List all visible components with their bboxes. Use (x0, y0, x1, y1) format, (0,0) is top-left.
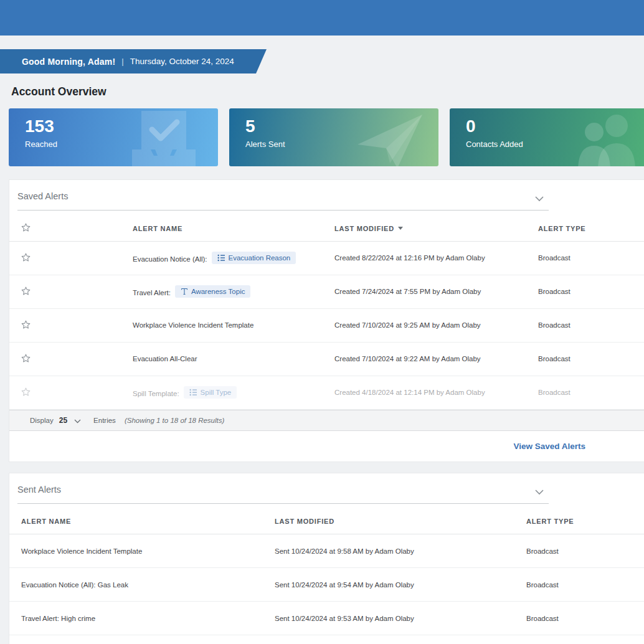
alert-name: Evacuation Notice (All): (133, 255, 207, 263)
table-header-row: Alert Name Last Modified Alert Type (9, 509, 644, 534)
saved-alerts-table: Alert Name Last Modified Alert Type Evac… (9, 216, 644, 410)
last-modified: Sent 10/24/2024 at 9:54 AM by Adam Olaby (275, 568, 526, 602)
view-saved-alerts-link[interactable]: View Saved Alerts (513, 442, 585, 451)
greeting-date: Thursday, October 24, 2024 (130, 57, 234, 66)
top-navigation-bar (0, 0, 644, 36)
alert-type: Broadcast (526, 568, 644, 602)
last-modified: Created 7/10/2024 at 9:25 AM by Adam Ola… (334, 308, 538, 342)
page-size-chevron-icon[interactable] (74, 417, 81, 425)
alert-type: Broadcast (526, 534, 644, 568)
table-row[interactable]: Evacuation Notice (All):Evacuation Reaso… (9, 241, 644, 275)
display-label: Display (30, 417, 54, 424)
saved-alerts-title: Saved Alerts (17, 191, 68, 201)
column-header-alert-type[interactable]: Alert Type (538, 216, 644, 241)
table-row[interactable]: Workplace Violence Incident Template Cre… (9, 308, 644, 342)
favorite-star-icon[interactable] (21, 353, 31, 364)
column-header-alert-type[interactable]: Alert Type (526, 509, 644, 534)
favorite-star-icon[interactable] (21, 286, 31, 296)
alert-name: Workplace Violence Incident Template (9, 534, 275, 568)
saved-alerts-header: Saved Alerts (9, 180, 644, 216)
list-icon (189, 389, 197, 396)
last-modified: Created 7/24/2024 at 7:55 PM by Adam Ola… (334, 275, 538, 308)
list-icon (217, 254, 225, 262)
alert-type: Broadcast (526, 602, 644, 635)
variable-tag: Awareness Topic (175, 285, 251, 298)
stat-card-contacts-added: 0 Contacts Added (450, 108, 644, 166)
alert-name: Evacuation Notice (All): Gas Leak (9, 568, 275, 602)
last-modified: Created 4/18/2024 at 12:14 PM by Adam Ol… (334, 376, 538, 409)
text-icon (181, 288, 188, 295)
greeting-text: Good Morning, Adam! (22, 57, 115, 67)
alert-name: Travel Alert: High crime (9, 602, 275, 635)
alert-type: Broadcast (538, 342, 644, 376)
page-size-value[interactable]: 25 (59, 416, 67, 425)
last-modified: Created 8/22/2024 at 12:16 PM by Adam Ol… (334, 241, 538, 275)
showing-results-text: (Showing 1 to 18 of 18 Results) (125, 417, 224, 424)
last-modified: Created 7/10/2024 at 9:22 AM by Adam Ola… (334, 342, 538, 376)
stat-card-reached: 153 Reached (9, 108, 218, 166)
sent-alerts-title: Sent Alerts (17, 485, 61, 495)
alert-type: Broadcast (538, 376, 644, 409)
favorite-star-icon[interactable] (21, 320, 31, 330)
stat-cards: 153 Reached 5 Alerts Sent 0 Contacts Add… (9, 108, 644, 166)
alert-type: Broadcast (538, 308, 644, 342)
favorite-star-icon[interactable] (21, 387, 31, 397)
alert-name: Spill Template: (133, 390, 179, 397)
collapse-chevron-icon[interactable] (535, 486, 544, 498)
column-header-alert-name[interactable]: Alert Name (9, 509, 275, 534)
alert-name: Workplace Violence Incident Template (133, 308, 334, 342)
favorite-column-star-icon (21, 222, 31, 233)
last-modified: Sent 10/24/2024 at 9:58 AM by Adam Olaby (275, 534, 526, 568)
greeting-banner: Good Morning, Adam! | Thursday, October … (0, 49, 267, 73)
table-row[interactable]: Spill Template:Spill Type Created 4/18/2… (9, 376, 644, 409)
column-header-last-modified[interactable]: Last Modified (275, 509, 526, 534)
contacts-icon (554, 108, 644, 166)
alert-name: Travel Alert: (133, 289, 171, 296)
sort-descending-icon (398, 227, 403, 230)
table-row[interactable]: Workplace Violence Incident Template Sen… (9, 534, 644, 568)
table-row[interactable]: Travel Alert:Awareness Topic Created 7/2… (9, 275, 644, 308)
alert-name: Evacuation All-Clear (133, 342, 334, 376)
variable-tag: Spill Type (184, 386, 237, 399)
sent-alerts-table: Alert Name Last Modified Alert Type Work… (9, 509, 644, 636)
saved-alerts-panel: Saved Alerts Alert Name Last Modified Al… (9, 179, 644, 462)
last-modified: Sent 10/24/2024 at 9:53 AM by Adam Olaby (275, 602, 526, 635)
greeting-separator: | (121, 57, 123, 66)
collapse-chevron-icon[interactable] (535, 193, 544, 204)
variable-tag: Evacuation Reason (212, 252, 296, 264)
column-header-alert-name[interactable]: Alert Name (133, 216, 334, 241)
stat-card-alerts-sent: 5 Alerts Sent (229, 108, 438, 166)
favorite-star-icon[interactable] (21, 252, 31, 263)
sent-alerts-panel: Sent Alerts Alert Name Last Modified Ale… (9, 473, 644, 644)
table-row[interactable]: Travel Alert: High crime Sent 10/24/2024… (9, 602, 644, 635)
alert-type: Broadcast (538, 241, 644, 275)
table-row[interactable]: Evacuation Notice (All): Gas Leak Sent 1… (9, 568, 644, 602)
entries-label: Entries (93, 417, 116, 424)
saved-alerts-footer: View Saved Alerts (9, 431, 644, 462)
pagination-bar: Display 25 Entries (Showing 1 to 18 of 1… (9, 410, 644, 431)
table-row[interactable]: Evacuation All-Clear Created 7/10/2024 a… (9, 342, 644, 376)
paper-plane-icon (334, 108, 427, 166)
column-header-last-modified[interactable]: Last Modified (334, 216, 538, 241)
sent-alerts-header: Sent Alerts (9, 473, 644, 509)
alert-type: Broadcast (538, 275, 644, 308)
page-title: Account Overview (11, 85, 644, 98)
table-header-row: Alert Name Last Modified Alert Type (9, 216, 644, 241)
inbox-check-icon (113, 108, 207, 166)
